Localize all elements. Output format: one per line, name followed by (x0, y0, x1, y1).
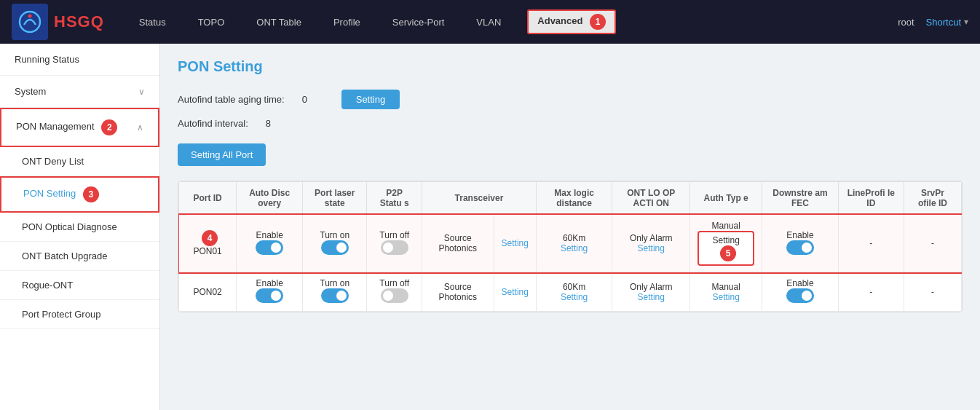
pon-settings-table: Port ID Auto Disc overy Port laser state… (178, 181, 962, 312)
autofind-aging-value: 0 (302, 94, 324, 105)
nav-vlan[interactable]: VLAN (470, 14, 507, 31)
badge-pon-mgmt: 2 (101, 119, 117, 135)
logo-text: HSGQ (54, 12, 104, 31)
cell-transceiver-link[interactable]: Setting (494, 215, 536, 272)
sidebar-item-system[interactable]: System ∨ (0, 76, 159, 108)
chevron-icon-pon: ∧ (137, 122, 143, 133)
nav-service-port[interactable]: Service-Port (387, 14, 451, 31)
sidebar-item-rogue-ont[interactable]: Rogue-ONT (0, 271, 159, 300)
sidebar-item-ont-deny-list[interactable]: ONT Deny List (0, 147, 159, 176)
port-laser-label: Turn on (310, 230, 359, 240)
cell-port-id: PON02 (179, 272, 237, 312)
cell-oop-action: Only Alarm Setting (612, 215, 690, 272)
sidebar-item-pon-management[interactable]: PON Management 2 ∧ (0, 108, 159, 147)
cell-auth-type: Manual Setting (690, 272, 762, 312)
header: HSGQ Status TOPO ONT Table Profile Servi… (0, 0, 980, 44)
col-port-laser: Port laser state (303, 182, 367, 215)
sidebar-item-pon-setting[interactable]: PON Setting 3 (0, 176, 159, 213)
cell-auth-type: Manual Setting5 (690, 215, 762, 272)
col-oop-action: ONT LO OP ACTI ON (612, 182, 690, 215)
port-laser-toggle[interactable] (321, 240, 349, 255)
cell-transceiver-link[interactable]: Setting (494, 272, 536, 312)
col-line-profile: LineProfi le ID (838, 182, 904, 215)
p2p-toggle[interactable] (381, 240, 408, 255)
cell-transceiver-name: Source Photonics (422, 272, 494, 312)
nav-topo[interactable]: TOPO (192, 14, 231, 31)
cell-downstream-fec: Enable (762, 215, 838, 272)
port-laser-toggle[interactable] (321, 288, 349, 303)
auth-setting-button[interactable]: Setting5 (698, 231, 754, 266)
nav-status[interactable]: Status (133, 14, 172, 31)
max-logic-link[interactable]: Setting (561, 292, 588, 302)
chevron-icon: ∨ (138, 87, 145, 97)
col-auto-disc: Auto Disc overy (237, 182, 303, 215)
cell-p2p: Turn off (367, 215, 422, 272)
p2p-label: Turn off (374, 230, 414, 240)
logo-icon (12, 4, 48, 40)
cell-port-laser: Turn on (303, 215, 367, 272)
logo-area: HSGQ (12, 4, 104, 40)
p2p-label: Turn off (374, 278, 414, 288)
chevron-down-icon: ▾ (964, 17, 968, 27)
auto-disc-toggle[interactable] (256, 240, 283, 255)
autofind-aging-label: Autofind table aging time: (178, 94, 285, 105)
cell-auto-disc: Enable (237, 272, 303, 312)
badge-nav-advanced: 1 (590, 14, 606, 30)
layout: Running Status System ∨ PON Management 2… (0, 44, 980, 410)
col-srv-profile: SrvPr ofile ID (904, 182, 961, 215)
auto-disc-toggle[interactable] (256, 288, 283, 303)
col-auth-type: Auth Typ e (690, 182, 762, 215)
p2p-toggle[interactable] (381, 288, 408, 303)
autofind-interval-value: 8 (266, 118, 288, 129)
col-transceiver: Transceiver (422, 182, 537, 215)
badge-pon-setting: 3 (83, 186, 99, 202)
cell-transceiver-name: Source Photonics (422, 215, 494, 272)
down-fec-toggle[interactable] (786, 288, 814, 303)
auto-disc-label: Enable (244, 230, 295, 240)
cell-max-logic: 60Km Setting (536, 272, 612, 312)
page-title: PON Setting (178, 58, 963, 75)
cell-downstream-fec: Enable (762, 272, 838, 312)
cell-oop-action: Only Alarm Setting (612, 272, 690, 312)
sidebar-item-running-status[interactable]: Running Status (0, 44, 159, 76)
nav-right: root Shortcut ▾ (898, 17, 968, 28)
setting-button[interactable]: Setting (341, 90, 400, 109)
table-row: PON02 Enable Turn on Turn off (179, 272, 962, 312)
cell-line-profile: - (838, 215, 904, 272)
cell-srv-profile: - (904, 215, 961, 272)
nav-menu: Status TOPO ONT Table Profile Service-Po… (133, 9, 898, 34)
autofind-interval-row: Autofind interval: 8 (178, 118, 963, 129)
port-laser-label: Turn on (310, 278, 359, 288)
col-p2p: P2P Statu s (367, 182, 422, 215)
cell-line-profile: - (838, 272, 904, 312)
badge-row1: 4 (202, 230, 218, 246)
nav-shortcut[interactable]: Shortcut ▾ (926, 17, 968, 28)
max-logic-link[interactable]: Setting (561, 243, 588, 253)
cell-srv-profile: - (904, 272, 961, 312)
autofind-interval-label: Autofind interval: (178, 118, 248, 129)
nav-user: root (898, 17, 914, 28)
oop-link[interactable]: Setting (638, 292, 665, 302)
main-content: PON Setting Autofind table aging time: 0… (160, 44, 980, 410)
sidebar-item-pon-optical-diagnose[interactable]: PON Optical Diagnose (0, 213, 159, 242)
auth-link[interactable]: Setting (712, 292, 739, 302)
down-fec-toggle[interactable] (786, 240, 814, 255)
cell-port-id: 4 PON01 (179, 215, 237, 272)
col-port-id: Port ID (179, 182, 237, 215)
cell-p2p: Turn off (367, 272, 422, 312)
col-downstream-fec: Downstre am FEC (762, 182, 838, 215)
svg-point-1 (28, 15, 32, 18)
sidebar-item-port-protect-group[interactable]: Port Protect Group (0, 300, 159, 329)
cell-port-laser: Turn on (303, 272, 367, 312)
badge-auth-setting: 5 (720, 245, 736, 261)
oop-link[interactable]: Setting (638, 243, 665, 253)
down-fec-label: Enable (770, 278, 830, 288)
nav-ont-table[interactable]: ONT Table (250, 14, 307, 31)
down-fec-label: Enable (770, 230, 830, 240)
setting-all-port-button[interactable]: Setting All Port (178, 143, 266, 166)
nav-profile[interactable]: Profile (328, 14, 366, 31)
sidebar: Running Status System ∨ PON Management 2… (0, 44, 160, 410)
sidebar-item-ont-batch-upgrade[interactable]: ONT Batch Upgrade (0, 242, 159, 271)
autofind-aging-row: Autofind table aging time: 0 Setting (178, 90, 963, 109)
nav-advanced[interactable]: Advanced 1 (527, 9, 616, 34)
